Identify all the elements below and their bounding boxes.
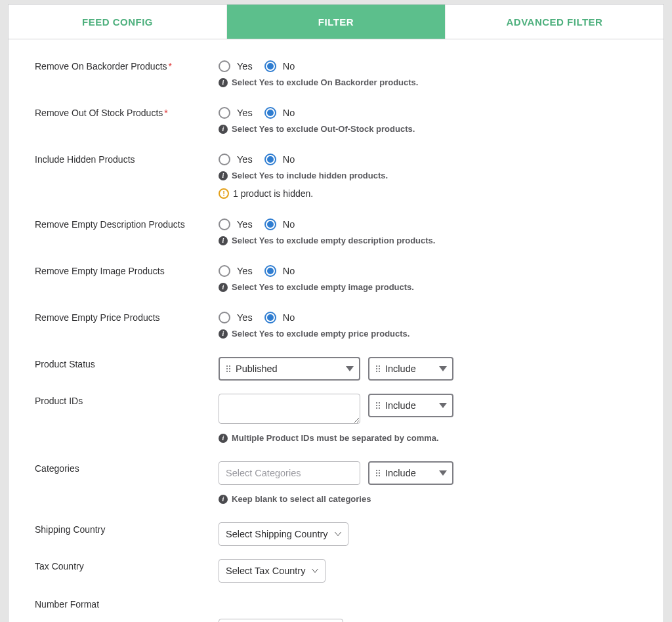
- info-icon: i: [219, 78, 228, 87]
- filter-panel: Remove On Backorder Products* Yes No i S…: [8, 39, 664, 622]
- label-text: Remove On Backorder Products: [35, 61, 167, 72]
- chevron-down-icon: [346, 366, 354, 371]
- required-mark: *: [169, 61, 172, 72]
- radio-label-no: No: [283, 154, 295, 165]
- categories-mode-select[interactable]: Include: [368, 461, 453, 485]
- warn-text: 1 product is hidden.: [233, 188, 313, 199]
- tab-feed-config[interactable]: FEED CONFIG: [9, 5, 227, 39]
- label-categories: Categories: [35, 461, 219, 474]
- label-product-ids: Product IDs: [35, 394, 219, 406]
- select-value: Include: [385, 400, 432, 411]
- select-value: Published: [236, 363, 339, 374]
- hidden-yes-radio[interactable]: [219, 154, 230, 165]
- row-outofstock: Remove Out Of Stock Products* Yes No i S…: [35, 106, 637, 134]
- row-empty-price: Remove Empty Price Products Yes No i Sel…: [35, 310, 637, 339]
- info-icon: i: [219, 236, 228, 245]
- shipping-country-select[interactable]: Select Shipping Country: [219, 522, 348, 546]
- product-ids-input[interactable]: [219, 394, 360, 424]
- empty-desc-no-radio[interactable]: [264, 218, 276, 230]
- drag-icon: [376, 470, 380, 476]
- product-status-mode-select[interactable]: Include: [368, 357, 453, 381]
- select-value: Include: [385, 468, 432, 478]
- tax-country-select[interactable]: Select Tax Country: [219, 559, 326, 583]
- product-ids-mode-select[interactable]: Include: [368, 394, 453, 417]
- info-icon: i: [219, 434, 228, 443]
- info-icon: i: [219, 171, 228, 180]
- row-number-format: Number Format: [35, 597, 637, 610]
- placeholder-text: Select Categories: [226, 468, 301, 478]
- outofstock-yes-radio[interactable]: [219, 107, 230, 119]
- hint-text: Keep blank to select all categories: [232, 494, 371, 504]
- tabs: FEED CONFIG FILTER ADVANCED FILTER: [8, 4, 664, 39]
- hint-hidden: i Select Yes to include hidden products.: [219, 171, 637, 180]
- label-outofstock: Remove Out Of Stock Products*: [35, 106, 219, 118]
- label-tax-country: Tax Country: [35, 559, 219, 571]
- label-text: Remove Out Of Stock Products: [35, 108, 163, 118]
- backorder-no-radio[interactable]: [264, 60, 276, 72]
- hint-text: Select Yes to exclude Out-Of-Stock produ…: [232, 124, 415, 134]
- label-empty-desc: Remove Empty Description Products: [35, 217, 219, 230]
- empty-desc-yes-radio[interactable]: [219, 218, 230, 230]
- row-shipping-country: Shipping Country Select Shipping Country: [35, 522, 637, 546]
- label-hidden: Include Hidden Products: [35, 152, 219, 165]
- categories-input[interactable]: Select Categories: [219, 461, 360, 485]
- radio-label-yes: Yes: [237, 108, 253, 118]
- radio-label-yes: Yes: [237, 61, 253, 72]
- empty-price-no-radio[interactable]: [264, 312, 276, 323]
- hint-empty-image: i Select Yes to exclude empty image prod…: [219, 282, 637, 292]
- info-icon: i: [219, 283, 228, 292]
- row-thousand-separator: Thousand separator: [35, 619, 637, 622]
- hint-categories: i Keep blank to select all categories: [219, 494, 637, 504]
- chevron-down-icon: [439, 470, 447, 476]
- select-value: Select Shipping Country: [226, 529, 328, 539]
- row-backorder: Remove On Backorder Products* Yes No i S…: [35, 59, 637, 87]
- thousand-separator-input[interactable]: [219, 619, 343, 622]
- chevron-down-icon: [439, 366, 447, 371]
- drag-icon: [226, 365, 230, 372]
- info-icon: i: [219, 495, 228, 504]
- warn-hidden: ! 1 product is hidden.: [219, 188, 637, 199]
- backorder-yes-radio[interactable]: [219, 60, 230, 72]
- select-value: Include: [385, 363, 432, 374]
- empty-price-yes-radio[interactable]: [219, 312, 230, 323]
- hint-text: Select Yes to exclude empty image produc…: [232, 282, 414, 292]
- radio-label-no: No: [283, 219, 295, 230]
- outofstock-no-radio[interactable]: [264, 107, 276, 119]
- radio-label-yes: Yes: [237, 266, 253, 276]
- radio-label-no: No: [283, 61, 295, 72]
- drag-icon: [376, 402, 380, 409]
- label-number-format: Number Format: [35, 597, 219, 610]
- empty-image-yes-radio[interactable]: [219, 265, 230, 277]
- hint-text: Select Yes to exclude empty description …: [232, 236, 435, 245]
- drag-icon: [376, 365, 380, 372]
- tab-advanced-filter[interactable]: ADVANCED FILTER: [446, 5, 663, 39]
- empty-image-no-radio[interactable]: [264, 265, 276, 277]
- info-icon: i: [219, 329, 228, 339]
- radio-label-no: No: [283, 266, 295, 276]
- row-product-ids: Product IDs Include i Multiple Product I…: [35, 394, 637, 443]
- hint-text: Select Yes to exclude empty price produc…: [232, 329, 410, 339]
- hidden-no-radio[interactable]: [264, 154, 276, 165]
- select-value: Select Tax Country: [226, 566, 305, 576]
- row-categories: Categories Select Categories Include i K…: [35, 461, 637, 504]
- radio-label-no: No: [283, 108, 295, 118]
- required-mark: *: [164, 108, 167, 118]
- hint-text: Multiple Product IDs must be separated b…: [232, 433, 439, 443]
- radio-label-yes: Yes: [237, 219, 253, 230]
- chevron-down-icon: [335, 532, 341, 536]
- chevron-down-icon: [439, 403, 447, 408]
- row-empty-desc: Remove Empty Description Products Yes No…: [35, 217, 637, 245]
- radio-label-yes: Yes: [237, 312, 253, 323]
- hint-product-ids: i Multiple Product IDs must be separated…: [219, 433, 637, 443]
- chevron-down-icon: [312, 569, 318, 573]
- row-hidden: Include Hidden Products Yes No i Select …: [35, 152, 637, 199]
- tab-filter[interactable]: FILTER: [227, 5, 446, 39]
- info-icon: i: [219, 125, 228, 134]
- label-empty-price: Remove Empty Price Products: [35, 310, 219, 323]
- label-thousand-separator: Thousand separator: [35, 619, 219, 622]
- radio-label-no: No: [283, 312, 295, 323]
- hint-backorder: i Select Yes to exclude On Backorder pro…: [219, 77, 637, 87]
- product-status-select[interactable]: Published: [219, 357, 360, 381]
- label-empty-image: Remove Empty Image Products: [35, 264, 219, 276]
- label-product-status: Product Status: [35, 357, 219, 369]
